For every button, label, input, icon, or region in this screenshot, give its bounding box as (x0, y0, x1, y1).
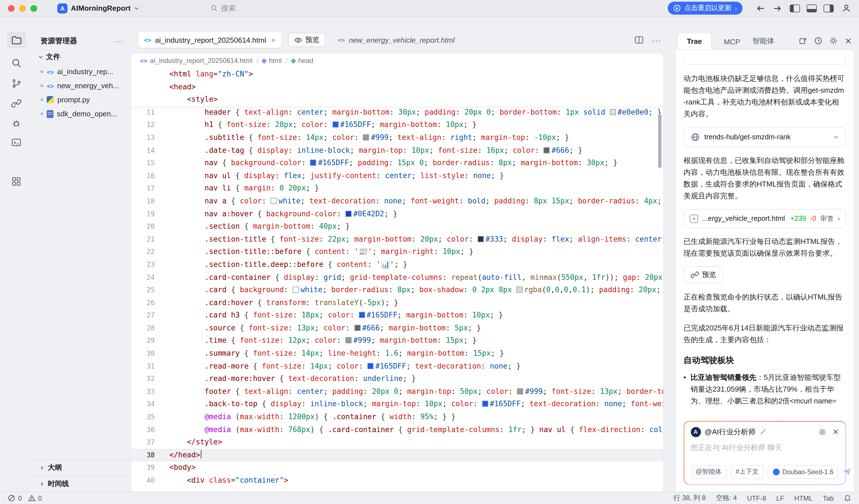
agent-wand-icon[interactable] (759, 428, 767, 436)
send-icon[interactable] (842, 467, 852, 476)
minimize-window-button[interactable] (19, 5, 26, 12)
code-line[interactable]: 13.subtitle { font-size: 14px; color: #9… (131, 131, 663, 144)
code-line[interactable]: 25.card { background: white; border-radi… (131, 284, 663, 296)
warnings-count[interactable]: 0 (38, 494, 42, 502)
source-control-icon[interactable] (11, 78, 21, 89)
outline-section-header[interactable]: 大纲 (33, 459, 131, 475)
code-line[interactable]: 32.read-more:hover { text-decoration: un… (131, 373, 663, 385)
explorer-more-actions-button[interactable]: ··· (114, 36, 124, 46)
explorer-activity-button[interactable] (7, 31, 26, 48)
code-line[interactable]: 27.card h3 { font-size: 18px; color: #16… (131, 309, 663, 322)
new-chat-icon[interactable] (799, 36, 807, 45)
tab-trae[interactable]: Trae (677, 33, 712, 49)
code-line[interactable]: 34.back-to-top { display: inline-block; … (131, 398, 663, 411)
code-line[interactable]: 18nav a { color: white; text-decoration:… (131, 195, 663, 208)
breadcrumb-file[interactable]: <> ai_industry_report_20250614.html (140, 57, 253, 65)
code-line[interactable]: <style> (131, 93, 663, 106)
preview-button[interactable]: 预览 (288, 33, 326, 47)
code-line[interactable]: 35@media (max-width: 1200px) { .containe… (131, 411, 663, 423)
code-line[interactable]: 12h1 { font-size: 28px; color: #165DFF; … (131, 119, 663, 131)
errors-icon[interactable] (8, 494, 15, 502)
code-line[interactable]: 37</style> (131, 436, 663, 448)
editor-more-actions-button[interactable]: ··· (651, 35, 662, 45)
model-selector-chip[interactable]: Doubao-Seed-1.6 (768, 465, 839, 478)
mcp-tool-call[interactable]: trends-hub/get-smzdm-rank (683, 127, 846, 147)
history-icon[interactable] (814, 36, 823, 45)
link-icon[interactable] (11, 98, 21, 108)
editor-scrollbar[interactable] (658, 114, 662, 168)
code-line[interactable]: <head> (131, 81, 663, 93)
chat-input-placeholder[interactable]: 您正在与 AI行业分析师 聊天 (691, 442, 839, 453)
code-line[interactable]: 15nav { background-color: #165DFF; paddi… (131, 157, 663, 169)
navigate-back-button[interactable] (756, 4, 765, 12)
code-line[interactable]: 14.date-tag { display: inline-block; mar… (131, 144, 663, 157)
close-icon[interactable] (844, 37, 852, 45)
errors-count[interactable]: 0 (18, 494, 22, 502)
mention-agent-chip[interactable]: @智能体 (691, 465, 726, 478)
tab-size[interactable]: Tab (823, 494, 834, 502)
tab-agents[interactable]: 智能体 (752, 33, 774, 49)
preview-report-button[interactable]: 预览 (683, 266, 723, 283)
gear-icon[interactable] (818, 428, 826, 436)
code-line[interactable]: 33footer { text-align: center; padding: … (131, 385, 663, 398)
toggle-bottom-panel-button[interactable] (807, 4, 817, 12)
indentation-setting[interactable]: 空格: 4 (716, 493, 737, 503)
code-line[interactable]: 11header { text-align: center; margin-bo… (131, 106, 663, 119)
account-icon[interactable] (842, 3, 851, 13)
code-line[interactable]: 31.read-more { font-size: 14px; color: #… (131, 360, 663, 373)
file-item-sdk-demo[interactable]: sdk_demo_open... (33, 107, 131, 121)
encoding[interactable]: UTF-8 (747, 494, 766, 502)
close-window-button[interactable] (8, 5, 15, 12)
file-item-ai-industry-report[interactable]: <> ai_industry_rep... (33, 65, 131, 79)
code-line[interactable]: 20.section { margin-bottom: 40px; } (131, 220, 663, 233)
code-editor[interactable]: <html lang="zh-CN"><head><style> 11heade… (131, 68, 663, 492)
code-line[interactable]: 28.source { font-size: 13px; color: #666… (131, 322, 663, 335)
apps-grid-icon[interactable] (11, 176, 21, 187)
warnings-icon[interactable] (28, 494, 35, 502)
tab-new-energy-vehicle-report[interactable]: <> new_energy_vehicle_report.html (332, 32, 460, 48)
zoom-window-button[interactable] (30, 5, 37, 12)
code-line[interactable]: 19nav a:hover { background-color: #0E42D… (131, 208, 663, 220)
code-line[interactable]: 24.card-container { display: grid; grid-… (131, 271, 663, 284)
project-selector[interactable]: A AIMorningReport (57, 3, 139, 13)
code-line[interactable]: 23.section-title.deep::before { content:… (131, 258, 663, 271)
code-line[interactable]: 39<body> (131, 461, 663, 474)
gear-icon[interactable] (829, 36, 838, 45)
code-line[interactable]: 29.time { font-size: 12px; color: #999; … (131, 335, 663, 347)
file-item-prompt-py[interactable]: prompt.py (33, 93, 131, 107)
toggle-left-panel-button[interactable] (790, 4, 800, 12)
global-search[interactable]: 搜索 (210, 3, 236, 13)
cursor-position[interactable]: 行 38, 列 8 (674, 493, 706, 503)
review-button[interactable]: 审查 (820, 214, 834, 223)
context-chip[interactable]: #上下文 (730, 465, 764, 478)
split-editor-icon[interactable] (635, 36, 644, 44)
toggle-right-panel-button[interactable] (824, 4, 834, 12)
restart-update-button[interactable]: 点击重启以更新 › (668, 2, 742, 15)
terminal-panel-icon[interactable] (11, 138, 21, 147)
breadcrumb-html[interactable]: html (262, 57, 282, 65)
code-line[interactable]: 38</head> (131, 449, 663, 461)
code-line[interactable]: 22.section-title::before { content: '📰';… (131, 246, 663, 258)
code-line[interactable]: 40<div class="container"> (131, 474, 663, 487)
code-line[interactable]: 17nav li { margin: 0 20px; } (131, 182, 663, 195)
file-change-card[interactable]: + ...ergy_vehicle_report.html +239 -0 审查… (683, 209, 846, 228)
eol-setting[interactable]: LF (776, 494, 784, 502)
navigate-forward-button[interactable] (773, 4, 782, 12)
files-section-header[interactable]: 文件 (33, 49, 131, 65)
file-item-new-energy-vehicle[interactable]: <> new_energy_veh... (33, 79, 131, 93)
close-tab-icon[interactable]: × (271, 36, 275, 44)
code-line[interactable]: 30.summary { font-size: 14px; line-heigh… (131, 347, 663, 360)
code-line[interactable]: 16nav ul { display: flex; justify-conten… (131, 170, 663, 182)
language-mode[interactable]: HTML (794, 494, 813, 502)
timeline-section-header[interactable]: 时间线 (33, 475, 131, 492)
close-icon[interactable] (832, 428, 839, 436)
code-line[interactable]: 21.section-title { font-size: 22px; marg… (131, 233, 663, 246)
breadcrumb-head[interactable]: head (291, 57, 313, 65)
search-activity-button[interactable] (11, 58, 22, 68)
tab-ai-industry-report[interactable]: <> ai_industry_report_20250614.html × (138, 32, 281, 48)
tab-mcp[interactable]: MCP (724, 34, 740, 49)
code-line[interactable]: 36@media (max-width: 768px) { .card-cont… (131, 423, 663, 436)
code-line[interactable]: <html lang="zh-CN"> (131, 68, 663, 81)
code-line[interactable]: 26.card:hover { transform: translateY(-5… (131, 296, 663, 309)
notifications-bell-icon[interactable] (844, 494, 851, 502)
